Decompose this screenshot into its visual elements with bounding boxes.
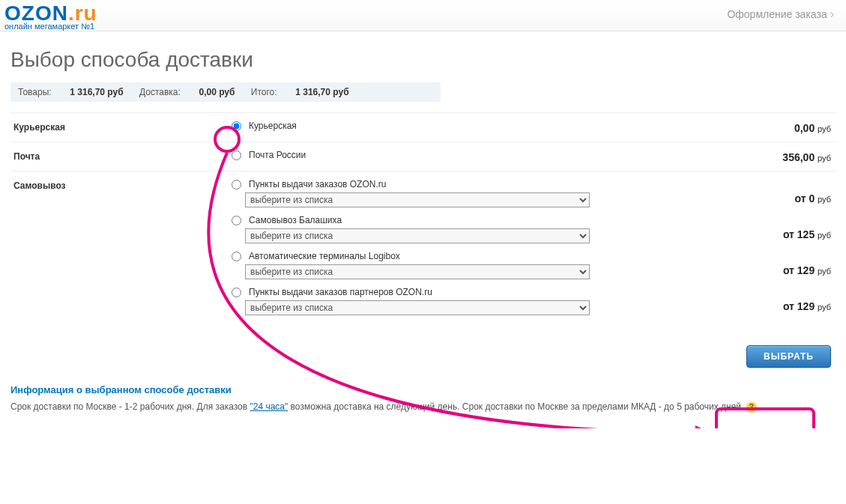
opt-label: Почта России [249,150,306,160]
row-category: Почта [10,150,232,162]
info-text: Срок доставки по Москве - 1-2 рабочих дн… [10,400,836,413]
opt-label: Пункты выдачи заказов OZON.ru [249,179,386,189]
summary-goods-value: 1 316,70 руб [70,87,123,97]
select-pickup-3[interactable]: выберите из списка [245,300,590,315]
link-24h[interactable]: "24 часа" [250,401,288,412]
summary-total-value: 1 316,70 руб [295,87,348,97]
price-post: 356,00 руб [686,150,836,163]
logo-subtitle: онлайн мегамаркет №1 [4,22,97,31]
opt-pickup-1[interactable]: Самовывоз Балашиха [232,215,686,225]
price-pickup-3: от 129 руб [686,276,836,312]
help-icon[interactable]: ? [746,402,757,413]
summary-delivery-value: 0,00 руб [199,87,235,97]
page-title: Выбор способа доставки [10,48,836,72]
radio-pickup-0[interactable] [232,180,241,189]
price-pickup-1: от 125 руб [686,204,836,240]
select-button[interactable]: ВЫБРАТЬ [746,345,831,368]
row-post: Почта Почта России 356,00 руб [10,142,836,171]
radio-post[interactable] [232,151,241,160]
delivery-options: Курьерская Курьерская 0,00 руб Почта Поч… [10,112,836,330]
svg-marker-0 [695,425,710,428]
pickup-options-col: Пункты выдачи заказов OZON.ru выберите и… [232,179,686,323]
breadcrumb: Оформление заказа › [727,3,839,21]
summary-delivery-label: Доставка: [139,87,181,97]
radio-courier[interactable] [232,121,241,131]
opt-courier[interactable]: Курьерская [232,121,686,131]
radio-pickup-1[interactable] [232,216,241,225]
radio-pickup-2[interactable] [232,252,241,261]
opt-label: Курьерская [249,121,297,131]
summary-bar: Товары: 1 316,70 руб Доставка: 0,00 руб … [10,82,441,102]
opt-pickup-3[interactable]: Пункты выдачи заказов партнеров OZON.ru [232,287,686,297]
opt-post[interactable]: Почта России [232,150,686,160]
info-title: Информация о выбранном способе доставки [10,384,836,395]
pickup-prices-col: от 0 руб от 125 руб от 129 руб от 129 ру… [686,179,836,312]
header: OZON.ru онлайн мегамаркет №1 Оформление … [0,0,846,31]
breadcrumb-label: Оформление заказа [727,8,827,20]
row-courier: Курьерская Курьерская 0,00 руб [10,113,836,142]
select-pickup-2[interactable]: выберите из списка [245,264,590,279]
opt-label: Самовывоз Балашиха [249,215,342,225]
chevron-right-icon: › [830,7,834,21]
price-pickup-0: от 0 руб [686,179,836,204]
opt-pickup-2[interactable]: Автоматические терминалы Logibox [232,251,686,261]
logo[interactable]: OZON.ru онлайн мегамаркет №1 [4,3,97,31]
price-pickup-2: от 129 руб [686,240,836,276]
row-category: Самовывоз [10,179,232,191]
opt-pickup-0[interactable]: Пункты выдачи заказов OZON.ru [232,179,686,189]
summary-goods-label: Товары: [18,87,52,97]
row-category: Курьерская [10,121,232,133]
price-courier: 0,00 руб [686,121,836,134]
row-pickup: Самовывоз Пункты выдачи заказов OZON.ru … [10,171,836,330]
action-row: ВЫБРАТЬ [10,330,836,375]
radio-pickup-3[interactable] [232,288,241,297]
opt-label: Пункты выдачи заказов партнеров OZON.ru [249,287,432,297]
select-pickup-0[interactable]: выберите из списка [245,192,590,207]
summary-total-label: Итого: [251,87,277,97]
page-content: Выбор способа доставки Товары: 1 316,70 … [0,31,846,428]
select-pickup-1[interactable]: выберите из списка [245,228,590,243]
opt-label: Автоматические терминалы Logibox [249,251,400,261]
